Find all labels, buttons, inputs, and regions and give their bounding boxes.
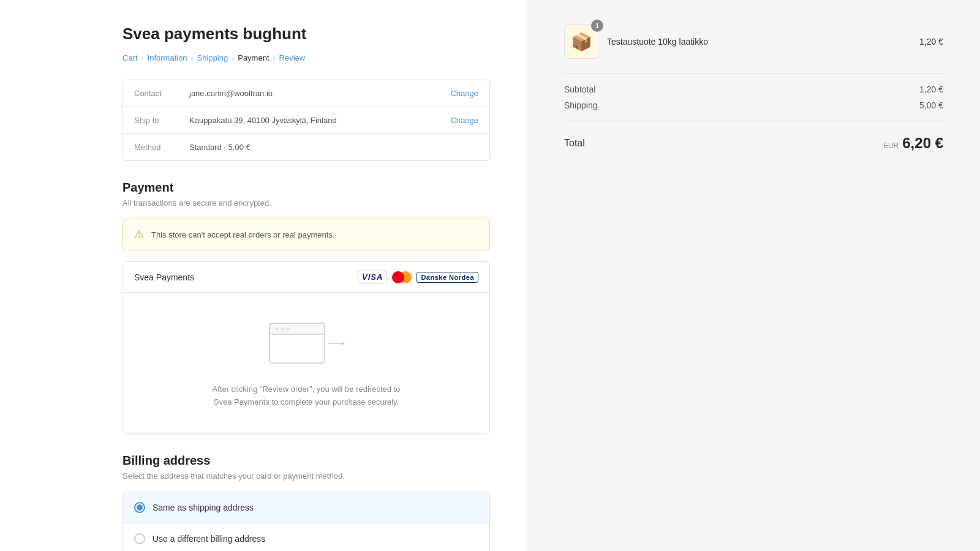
svg-point-4 (287, 328, 290, 331)
payment-content: After clicking "Review order", you will … (123, 293, 489, 433)
billing-subtitle: Select the address that matches your car… (123, 471, 490, 481)
warning-box: ⚠ This store can't accept real orders or… (123, 219, 490, 250)
total-label: Total (564, 138, 585, 149)
ship-to-value: Kauppakatu 39, 40100 Jyväskylä, Finland (189, 116, 450, 125)
sep-1: › (141, 54, 144, 62)
warning-text: This store can't accept real orders or r… (151, 230, 334, 239)
billing-title: Billing address (123, 454, 490, 468)
ship-to-label: Ship to (134, 116, 189, 125)
sep-4: › (273, 54, 276, 62)
payment-logos: VISA Danske Nordea (358, 271, 478, 283)
visa-logo: VISA (358, 271, 387, 283)
total-currency: EUR (883, 141, 899, 150)
total-price: 6,20 € (902, 135, 943, 152)
divider-2 (564, 121, 943, 121)
total-row: Total EUR 6,20 € (564, 129, 943, 158)
billing-same-label: Same as shipping address (153, 503, 254, 512)
payment-provider-box[interactable]: Svea Payments VISA Danske Nordea (123, 261, 490, 434)
product-badge: 1 (591, 20, 603, 32)
shipping-label: Shipping (564, 100, 598, 110)
danske-nordea-logo: Danske Nordea (417, 272, 478, 283)
shipping-value: 5,00 € (919, 100, 943, 110)
subtotal-row: Subtotal 1,20 € (564, 81, 943, 97)
billing-option-different[interactable]: Use a different billing address (123, 523, 489, 551)
payment-title: Payment (123, 181, 490, 195)
product-info: Testaustuote 10kg laatikko (607, 37, 911, 47)
billing-different-label: Use a different billing address (153, 534, 265, 544)
breadcrumb-cart[interactable]: Cart (123, 53, 138, 62)
warning-icon: ⚠ (134, 228, 144, 241)
subtotal-value: 1,20 € (919, 84, 943, 94)
sidebar: 📦 1 Testaustuote 10kg laatikko 1,20 € Su… (527, 0, 980, 551)
total-price-area: EUR 6,20 € (883, 135, 943, 152)
breadcrumb: Cart › Information › Shipping › Payment … (123, 53, 490, 62)
breadcrumb-payment: Payment (238, 53, 269, 62)
breadcrumb-information[interactable]: Information (148, 53, 187, 62)
sep-2: › (191, 54, 194, 62)
sep-3: › (232, 54, 234, 62)
product-image-wrapper: 📦 1 (564, 24, 598, 59)
payment-header: Svea Payments VISA Danske Nordea (123, 262, 489, 293)
subtotal-label: Subtotal (564, 84, 595, 94)
contact-change-button[interactable]: Change (450, 89, 478, 98)
payment-subtitle: All transactions are secure and encrypte… (123, 198, 490, 208)
mastercard-logo (392, 271, 412, 283)
method-row: Method Standard · 5,00 € (123, 134, 489, 160)
billing-option-same[interactable]: Same as shipping address (123, 492, 489, 523)
breadcrumb-shipping[interactable]: Shipping (197, 53, 228, 62)
billing-section: Billing address Select the address that … (123, 454, 490, 551)
redirect-illustration (135, 317, 477, 372)
breadcrumb-review[interactable]: Review (279, 53, 306, 62)
svg-marker-6 (342, 342, 345, 345)
radio-different[interactable] (134, 533, 145, 544)
radio-same[interactable] (134, 502, 145, 513)
shipping-row: Shipping 5,00 € (564, 97, 943, 113)
method-label: Method (134, 143, 189, 152)
product-price: 1,20 € (919, 37, 943, 47)
radio-inner-same (137, 504, 143, 511)
contact-row: Contact jane.curtin@woolfran.io Change (123, 80, 489, 107)
payment-section: Payment All transactions are secure and … (123, 181, 490, 434)
svg-point-2 (276, 328, 279, 331)
billing-options: Same as shipping address Use a different… (123, 492, 490, 551)
payment-provider-name: Svea Payments (134, 272, 194, 282)
product-name: Testaustuote 10kg laatikko (607, 37, 911, 47)
ship-to-change-button[interactable]: Change (450, 116, 478, 125)
ship-to-row: Ship to Kauppakatu 39, 40100 Jyväskylä, … (123, 107, 489, 134)
product-row: 📦 1 Testaustuote 10kg laatikko 1,20 € (564, 24, 943, 59)
store-title: Svea payments bughunt (123, 24, 490, 43)
contact-label: Contact (134, 89, 189, 98)
svg-point-3 (281, 328, 284, 331)
divider-1 (564, 73, 943, 74)
info-box: Contact jane.curtin@woolfran.io Change S… (123, 80, 490, 161)
method-value: Standard · 5,00 € (189, 143, 478, 152)
contact-value: jane.curtin@woolfran.io (189, 89, 450, 98)
payment-redirect-text: After clicking "Review order", you will … (202, 383, 410, 409)
